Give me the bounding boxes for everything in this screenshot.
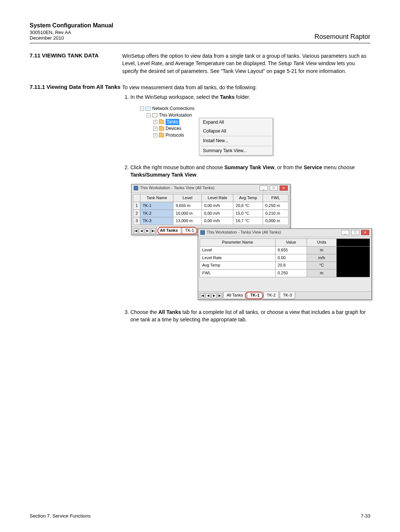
cell-level: 9,655 m	[173, 202, 202, 210]
table-row[interactable]: Level 9.655 m	[200, 246, 370, 254]
step2-e: menu choose	[322, 164, 355, 170]
col-levelrate[interactable]: Level Rate	[202, 194, 233, 202]
tab-tk1[interactable]: TK-1	[182, 227, 197, 234]
ctx-collapse-all[interactable]: Collapse All	[199, 127, 273, 135]
cell-param: Level	[200, 246, 276, 254]
cell-levelrate: 0,00 m/h	[202, 217, 233, 225]
cell-fwl: 0,000 m	[263, 217, 289, 225]
folder-icon	[159, 127, 164, 131]
collapse-icon[interactable]: −	[140, 107, 144, 111]
expand-icon[interactable]: +	[153, 133, 157, 137]
nav-first-button[interactable]: |◀	[200, 293, 205, 298]
ctx-summary-tank-view[interactable]: Summary Tank View...	[199, 147, 273, 155]
cell-tankname[interactable]: TK-1	[140, 202, 173, 210]
tab-all-tanks[interactable]: All Tanks	[223, 292, 246, 299]
cell-level: 13,000 m	[173, 217, 202, 225]
tree-protocols[interactable]: Protocols	[166, 132, 184, 138]
table-row[interactable]: 1 TK-1 9,655 m 0,00 m/h 20,8 °C 0,250 m	[133, 202, 289, 210]
nav-prev-button[interactable]: ◀	[206, 293, 211, 298]
expand-icon[interactable]: +	[153, 120, 157, 124]
step1-text-a: In the WinSetup workspace, select the	[130, 94, 220, 100]
header-rule	[30, 43, 370, 43]
context-menu: Expand All Collapse All Install New... S…	[199, 118, 273, 155]
subsection-number: 7.11.1	[30, 84, 45, 90]
tree-devices[interactable]: Devices	[166, 126, 181, 132]
step1-text-c: folder.	[234, 94, 250, 100]
nav-first-button[interactable]: |◀	[133, 228, 138, 234]
table-row[interactable]: 3 TK-3 13,000 m 0,00 m/h 16,7 °C 0,000 m	[133, 217, 289, 225]
maximize-button[interactable]: □	[270, 185, 278, 191]
nav-prev-button[interactable]: ◀	[139, 228, 144, 234]
folder-icon	[159, 120, 164, 124]
close-button[interactable]: ✕	[361, 230, 369, 235]
brand-name: Rosemount Raptor	[314, 33, 370, 41]
cell-units: °C	[307, 262, 336, 270]
row-index: 2	[133, 210, 140, 217]
step2-b: Summary Tank View	[224, 164, 274, 170]
step2-c: , or from the	[274, 164, 304, 170]
col-units[interactable]: Units	[307, 238, 336, 246]
tree-root[interactable]: Network Connections	[152, 106, 194, 112]
footer-section: Section 7. Service Functions	[30, 513, 91, 519]
tree-view[interactable]: −Network Connections −This Workstation +…	[140, 105, 194, 138]
tab-tk1[interactable]: TK-1	[247, 292, 263, 299]
tab-tk3[interactable]: TK-3	[280, 292, 295, 299]
tree-workstation[interactable]: This Workstation	[159, 112, 192, 118]
cell-param: Level Rate	[200, 254, 276, 262]
ctx-expand-all[interactable]: Expand All	[199, 118, 273, 127]
cell-value: 9.655	[275, 246, 307, 254]
section-title: VIEWING TANK DATA	[42, 52, 99, 58]
section-paragraph: WinSetup offers the option to view data …	[122, 52, 370, 75]
col-param[interactable]: Parameter Name	[200, 238, 276, 246]
collapse-icon[interactable]: −	[147, 113, 151, 117]
figure-tree-contextmenu: −Network Connections −This Workstation +…	[140, 105, 370, 155]
subsection-title: Viewing Data from All Tanks	[47, 84, 121, 90]
cell-tankname[interactable]: TK-2	[140, 210, 173, 217]
maximize-button[interactable]: □	[351, 230, 359, 235]
subsection-intro: To view measurement data from all tanks,…	[122, 84, 370, 91]
doc-title: System Configuration Manual	[30, 22, 113, 29]
ctx-install-new[interactable]: Install New...	[199, 137, 273, 145]
cell-tankname[interactable]: TK-3	[140, 217, 173, 225]
step2-f: Tanks/Summary Tank View	[130, 172, 196, 178]
window-single-tank: This Workstation - Tanks View (All Tanks…	[198, 228, 372, 300]
tab-all-tanks[interactable]: All Tanks	[157, 227, 181, 234]
cell-value: 0.00	[275, 254, 307, 262]
cell-avgtemp: 15,0 °C	[233, 210, 263, 217]
section-number: 7.11	[30, 52, 40, 58]
col-tankname[interactable]: Tank Name	[140, 194, 173, 202]
col-rowhdr	[133, 194, 140, 202]
expand-icon[interactable]: +	[153, 127, 157, 131]
network-icon	[146, 107, 151, 111]
minimize-button[interactable]: _	[260, 185, 268, 191]
table-row[interactable]: 2 TK-2 10,000 m 0,00 m/h 15,0 °C 0,210 m	[133, 210, 289, 217]
nav-next-button[interactable]: ▶	[211, 293, 217, 298]
nav-last-button[interactable]: ▶|	[217, 293, 223, 298]
cell-param: Avg Temp	[200, 262, 276, 270]
step2-g: .	[196, 172, 198, 178]
cell-fwl: 0,210 m	[263, 210, 289, 217]
window-icon	[134, 186, 138, 190]
para-emph: Setup Tank View	[278, 60, 317, 66]
row-index: 3	[133, 217, 140, 225]
cell-bargraph	[337, 246, 370, 277]
single-tank-table: Parameter Name Value Units Level 9.655 m	[200, 238, 370, 278]
window-title: This Workstation - Tanks View (All Tanks…	[207, 230, 340, 235]
col-level[interactable]: Level	[173, 194, 202, 202]
col-avgtemp[interactable]: Avg Temp	[233, 194, 263, 202]
col-fwl[interactable]: FWL	[263, 194, 289, 202]
minimize-button[interactable]: _	[341, 230, 349, 235]
close-button[interactable]: ✕	[280, 185, 288, 191]
tab-tk2[interactable]: TK-2	[263, 292, 279, 299]
all-tanks-table: Tank Name Level Level Rate Avg Temp FWL …	[133, 194, 289, 225]
nav-next-button[interactable]: ▶	[145, 228, 150, 234]
step-1: In the WinSetup workspace, select the Ta…	[130, 93, 370, 101]
ctx-separator	[199, 136, 273, 136]
nav-last-button[interactable]: ▶|	[151, 228, 156, 234]
tree-tanks-selected[interactable]: Tanks	[166, 119, 179, 125]
step2-a: Click the right mouse button and choose	[130, 164, 224, 170]
cell-param: FWL	[200, 270, 276, 277]
cell-levelrate: 0,00 m/h	[202, 202, 233, 210]
figure-tanks-windows: This Workstation - Tanks View (All Tanks…	[131, 184, 370, 299]
col-value[interactable]: Value	[275, 238, 307, 246]
